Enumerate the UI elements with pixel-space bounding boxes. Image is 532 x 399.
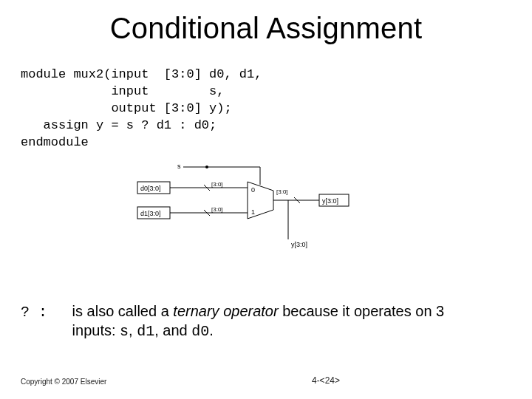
operand-d0: d0	[191, 323, 209, 340]
note-text: is also called a	[72, 303, 174, 319]
note-text: ,	[129, 322, 137, 338]
label-d1: d1[3:0]	[140, 210, 161, 217]
operand-d1: d1	[137, 323, 154, 340]
code-line: output [3:0] y);	[21, 101, 232, 115]
code-line: endmodule	[21, 135, 89, 149]
term-ternary: ternary operator	[173, 303, 278, 319]
mux-input-0: 0	[251, 186, 255, 194]
code-line: module mux2(input [3:0] d0, d1,	[21, 67, 262, 81]
note-body: is also called a ternary operator becaus…	[72, 301, 486, 341]
label-y-port: y[3:0]	[322, 197, 338, 205]
code-block: module mux2(input [3:0] d0, d1, input s,…	[21, 66, 262, 151]
bus-tag: [3:0]	[211, 181, 223, 188]
note-text: , and	[154, 322, 191, 338]
operand-s: s	[120, 323, 129, 340]
label-s: s	[177, 163, 181, 170]
slide: Conditional Assignment module mux2(input…	[0, 0, 532, 399]
ternary-operator-symbol: ? :	[21, 304, 47, 321]
mux-diagram: s d0[3:0] [3:0] d1[3:0] [3:0] 0 1 [3:0]	[133, 160, 369, 256]
code-line: input s,	[21, 84, 224, 98]
label-d0: d0[3:0]	[140, 185, 161, 192]
note-text: .	[209, 322, 214, 338]
explanatory-note: ? : is also called a ternary operator be…	[21, 301, 502, 341]
bus-tag: [3:0]	[276, 188, 288, 195]
page-title: Conditional Assignment	[0, 12, 532, 45]
bus-tag: [3:0]	[211, 206, 223, 213]
code-line: assign y = s ? d1 : d0;	[21, 118, 216, 132]
label-y: y[3:0]	[291, 241, 307, 248]
page-number: 4-<24>	[0, 375, 340, 386]
mux-input-1: 1	[251, 208, 255, 216]
